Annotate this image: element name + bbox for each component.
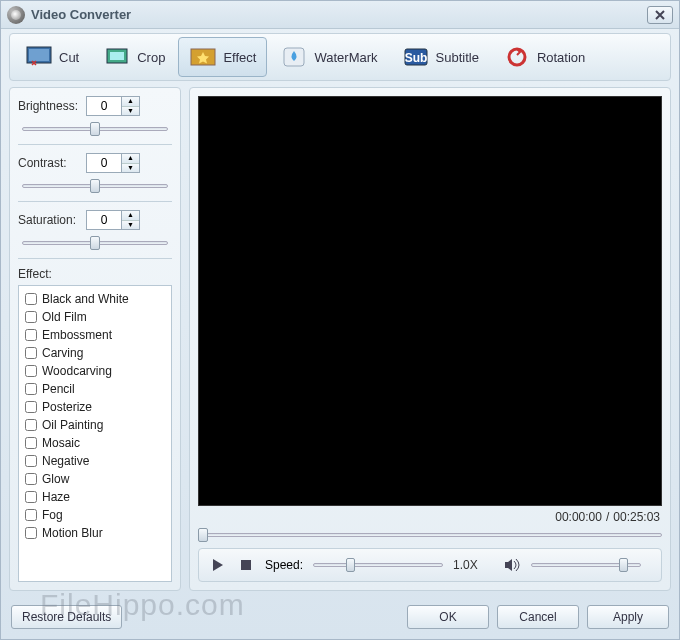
titlebar: Video Converter (1, 1, 679, 29)
effect-checkbox[interactable] (25, 401, 37, 413)
effect-item-label: Woodcarving (42, 364, 112, 378)
spin-up-icon[interactable]: ▲ (122, 154, 139, 164)
speed-label: Speed: (265, 558, 303, 572)
svg-rect-1 (29, 49, 49, 61)
effect-item[interactable]: Pencil (25, 380, 165, 398)
effect-checkbox[interactable] (25, 473, 37, 485)
brightness-spinbox[interactable]: ▲▼ (86, 96, 140, 116)
effect-checkbox[interactable] (25, 365, 37, 377)
time-divider: / (606, 510, 609, 524)
effect-checkbox[interactable] (25, 419, 37, 431)
svg-text:Sub: Sub (404, 51, 427, 65)
tab-watermark[interactable]: WaterMark (269, 37, 388, 77)
brightness-label: Brightness: (18, 99, 80, 113)
effect-item[interactable]: Old Film (25, 308, 165, 326)
apply-button[interactable]: Apply (587, 605, 669, 629)
volume-slider[interactable] (531, 558, 641, 572)
current-time: 00:00:00 (555, 510, 602, 524)
effect-item[interactable]: Oil Painting (25, 416, 165, 434)
slider-thumb[interactable] (90, 122, 100, 136)
effects-list[interactable]: Black and WhiteOld FilmEmbossmentCarving… (18, 285, 172, 582)
footer: Restore Defaults OK Cancel Apply (1, 595, 679, 639)
toolbar: Cut Crop Effect WaterMark Sub Subtitle R… (9, 33, 671, 81)
spin-up-icon[interactable]: ▲ (122, 97, 139, 107)
spin-down-icon[interactable]: ▼ (122, 221, 139, 230)
contrast-input[interactable] (87, 154, 121, 172)
effect-checkbox[interactable] (25, 383, 37, 395)
slider-thumb[interactable] (619, 558, 628, 572)
effect-item[interactable]: Mosaic (25, 434, 165, 452)
play-button[interactable] (209, 556, 227, 574)
subtitle-icon: Sub (402, 45, 430, 69)
effect-item[interactable]: Embossment (25, 326, 165, 344)
contrast-label: Contrast: (18, 156, 80, 170)
cancel-button[interactable]: Cancel (497, 605, 579, 629)
effect-checkbox[interactable] (25, 293, 37, 305)
close-button[interactable] (647, 6, 673, 24)
effect-item[interactable]: Haze (25, 488, 165, 506)
tab-rotation[interactable]: Rotation (492, 37, 596, 77)
tab-label: Subtitle (436, 50, 479, 65)
spin-down-icon[interactable]: ▼ (122, 164, 139, 173)
waterdrop-icon (280, 45, 308, 69)
effect-item[interactable]: Carving (25, 344, 165, 362)
effect-item[interactable]: Black and White (25, 290, 165, 308)
effect-item[interactable]: Posterize (25, 398, 165, 416)
effect-checkbox[interactable] (25, 455, 37, 467)
effect-item-label: Posterize (42, 400, 92, 414)
effect-item[interactable]: Glow (25, 470, 165, 488)
spin-up-icon[interactable]: ▲ (122, 211, 139, 221)
ok-button[interactable]: OK (407, 605, 489, 629)
effect-item-label: Negative (42, 454, 89, 468)
saturation-group: Saturation: ▲▼ (18, 210, 172, 259)
svg-rect-3 (110, 52, 124, 60)
effect-checkbox[interactable] (25, 311, 37, 323)
stop-button[interactable] (237, 556, 255, 574)
saturation-input[interactable] (87, 211, 121, 229)
effect-checkbox[interactable] (25, 491, 37, 503)
app-window: Video Converter Cut Crop Effect WaterMar… (0, 0, 680, 640)
contrast-spinbox[interactable]: ▲▼ (86, 153, 140, 173)
restore-defaults-button[interactable]: Restore Defaults (11, 605, 122, 629)
effect-checkbox[interactable] (25, 437, 37, 449)
effect-item[interactable]: Motion Blur (25, 524, 165, 542)
effect-item-label: Mosaic (42, 436, 80, 450)
tab-cut[interactable]: Cut (14, 37, 90, 77)
effect-checkbox[interactable] (25, 527, 37, 539)
seek-slider[interactable] (198, 528, 662, 542)
tab-effect[interactable]: Effect (178, 37, 267, 77)
effect-item[interactable]: Fog (25, 506, 165, 524)
effect-checkbox[interactable] (25, 509, 37, 521)
effect-item-label: Fog (42, 508, 63, 522)
play-icon (211, 558, 225, 572)
right-panel: 00:00:00 / 00:25:03 Speed: 1.0X (189, 87, 671, 591)
tab-subtitle[interactable]: Sub Subtitle (391, 37, 490, 77)
contrast-slider[interactable] (18, 179, 172, 193)
slider-thumb[interactable] (198, 528, 208, 542)
effect-checkbox[interactable] (25, 347, 37, 359)
brightness-slider[interactable] (18, 122, 172, 136)
saturation-spinbox[interactable]: ▲▼ (86, 210, 140, 230)
speed-slider[interactable] (313, 558, 443, 572)
slider-thumb[interactable] (346, 558, 355, 572)
effect-checkbox[interactable] (25, 329, 37, 341)
speed-value: 1.0X (453, 558, 493, 572)
brightness-input[interactable] (87, 97, 121, 115)
effect-item-label: Old Film (42, 310, 87, 324)
spin-down-icon[interactable]: ▼ (122, 107, 139, 116)
crop-icon (103, 45, 131, 69)
left-panel: Brightness: ▲▼ Contrast: ▲▼ (9, 87, 181, 591)
svg-rect-9 (241, 560, 251, 570)
effect-item[interactable]: Negative (25, 452, 165, 470)
tab-crop[interactable]: Crop (92, 37, 176, 77)
saturation-slider[interactable] (18, 236, 172, 250)
effect-item-label: Haze (42, 490, 70, 504)
slider-thumb[interactable] (90, 179, 100, 193)
playbar: Speed: 1.0X (198, 548, 662, 582)
tab-label: Crop (137, 50, 165, 65)
effect-item-label: Pencil (42, 382, 75, 396)
effect-item[interactable]: Woodcarving (25, 362, 165, 380)
slider-thumb[interactable] (90, 236, 100, 250)
volume-button[interactable] (503, 556, 521, 574)
effect-item-label: Oil Painting (42, 418, 103, 432)
